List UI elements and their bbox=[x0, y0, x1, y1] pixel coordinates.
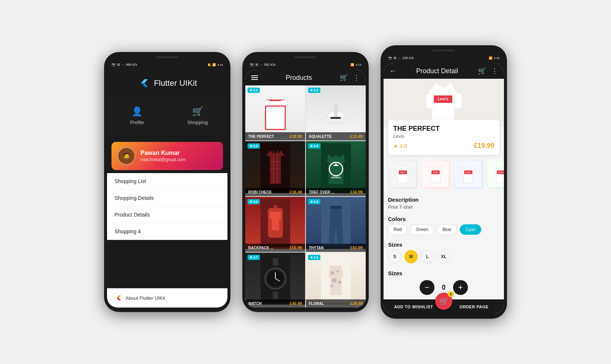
svg-rect-34 bbox=[273, 292, 278, 299]
profile-grid-item[interactable]: 👤 Profile bbox=[107, 95, 167, 136]
add-to-wishlist-button[interactable]: ADD TO WISHLIST bbox=[384, 299, 444, 314]
svg-point-44 bbox=[338, 281, 341, 284]
bottom-action-bar: ADD TO WISHLIST 🛒 5 ORDER PAGE bbox=[384, 299, 504, 314]
user-info: Pawan Kumar mtechviral@gmail.com bbox=[140, 150, 217, 162]
more-icon[interactable]: ⋮ bbox=[353, 74, 360, 82]
cart-appbar-icon[interactable]: 🛒 bbox=[340, 74, 348, 82]
more-detail-icon[interactable]: ⋮ bbox=[491, 67, 498, 75]
menu-item-shopping-4[interactable]: Shopping 4 bbox=[107, 223, 227, 240]
product-info-5: THYTAN £83.99 bbox=[306, 244, 366, 252]
flutter-logo-icon bbox=[138, 77, 149, 89]
svg-rect-9 bbox=[281, 100, 287, 111]
menu-icon[interactable] bbox=[251, 75, 258, 80]
decrease-qty-button[interactable]: − bbox=[420, 280, 434, 295]
product-info-7: FLORAL £29.99 bbox=[306, 299, 366, 308]
product-item-6[interactable]: 3 ★ 4.7 WATCH £45.99 bbox=[245, 253, 305, 308]
color-red[interactable]: Red bbox=[388, 224, 407, 235]
size-l[interactable]: L bbox=[421, 250, 434, 263]
products-grid: Levi's ★ 4.0 THE PERFECT £19.99 bbox=[245, 85, 366, 308]
svg-rect-13 bbox=[330, 117, 336, 119]
color-green[interactable]: Green bbox=[410, 224, 434, 235]
colors-row: Red Green Blue Cyan bbox=[384, 223, 504, 238]
color-cyan[interactable]: Cyan bbox=[460, 224, 481, 235]
svg-rect-31 bbox=[330, 206, 342, 209]
product-name-0: THE PERFECT bbox=[248, 134, 274, 139]
product-image-3: adidas bbox=[306, 141, 366, 193]
menu-item-shopping-list[interactable]: Shopping List bbox=[107, 173, 227, 190]
phone-2: 📷⊞··· 582 K/s 📶 4:15 Products 🛒 ⋮ bbox=[242, 52, 369, 312]
size-m[interactable]: M bbox=[404, 250, 418, 263]
svg-rect-6 bbox=[268, 106, 283, 111]
products-title: Products bbox=[285, 74, 312, 82]
product-item-2[interactable]: ★ 4.5 ROBI CHECK £16.49 bbox=[245, 141, 305, 196]
detail-price: £19.99 bbox=[474, 142, 494, 150]
menu-item-product-details[interactable]: Product Details bbox=[107, 207, 227, 223]
product-price-4: £55.99 bbox=[290, 246, 302, 250]
rating-badge-5: ★ 4.2 bbox=[308, 199, 320, 204]
screen-3: ← Product Detail 🛒 ⋮ Levi's THE PERFECT … bbox=[384, 63, 504, 314]
description-label: Description bbox=[384, 194, 504, 204]
thumbnail-3[interactable]: Levi's bbox=[486, 159, 504, 189]
cart-detail-icon[interactable]: 🛒 bbox=[478, 67, 486, 75]
color-blue[interactable]: Blue bbox=[437, 224, 457, 235]
user-card[interactable]: 🧔 Pawan Kumar mtechviral@gmail.com bbox=[111, 142, 223, 170]
rating-badge-6: ★ 4.7 bbox=[248, 255, 260, 260]
sizes-row: S M L XL bbox=[384, 248, 504, 267]
product-image-2 bbox=[245, 141, 305, 193]
phone-speaker-2 bbox=[294, 56, 317, 58]
status-icons-left: 📷⊞··· 489 K/s bbox=[111, 63, 137, 66]
floating-cart-button[interactable]: 🛒 5 bbox=[435, 293, 452, 310]
product-image-0: Levi's bbox=[245, 85, 305, 137]
phone-3: 📷⊞··· 105 K/s 📶 4:15 ← Product Detail 🛒 … bbox=[381, 45, 507, 319]
status-icons-right-2: 📶 4:15 bbox=[350, 63, 361, 66]
status-bar-1: 📷⊞··· 489 K/s 🔔📶 4:14 bbox=[107, 59, 227, 70]
svg-rect-8 bbox=[264, 100, 270, 111]
rating-badge-0: ★ 4.0 bbox=[248, 88, 260, 93]
product-info-3: TREF OVER ... £34.99 bbox=[306, 188, 366, 196]
svg-rect-12 bbox=[335, 117, 341, 119]
product-item-3[interactable]: adidas ★ 4.0 TREF OVER ... £34.99 bbox=[306, 141, 366, 196]
increase-qty-button[interactable]: + bbox=[453, 280, 468, 295]
product-name-1: AQUALETTE bbox=[309, 134, 332, 139]
rating-value: 4.0 bbox=[400, 143, 407, 149]
thumbnail-1[interactable]: Levi's bbox=[421, 159, 450, 189]
product-image-4 bbox=[245, 197, 305, 249]
size-xl[interactable]: XL bbox=[437, 250, 450, 263]
svg-point-41 bbox=[330, 271, 334, 275]
svg-rect-24 bbox=[270, 212, 281, 219]
rating-badge-3: ★ 4.0 bbox=[308, 143, 320, 149]
order-page-button[interactable]: ORDER PAGE bbox=[444, 299, 504, 314]
description-value: Print T-shirt bbox=[384, 204, 504, 213]
quantity-value: 0 bbox=[442, 284, 446, 292]
svg-text:Levi's: Levi's bbox=[438, 97, 448, 101]
menu-item-shopping-details[interactable]: Shopping Details bbox=[107, 190, 227, 207]
product-info-2: ROBI CHECK £16.49 bbox=[245, 188, 305, 196]
size-s[interactable]: S bbox=[388, 250, 401, 263]
svg-point-43 bbox=[332, 278, 336, 283]
footer[interactable]: About Flutter UIKit bbox=[107, 288, 227, 308]
svg-text:Levi's: Levi's bbox=[271, 107, 280, 111]
product-price-3: £34.99 bbox=[350, 190, 363, 194]
thumbnail-0[interactable]: Levi's bbox=[388, 159, 418, 189]
product-item-4[interactable]: ★ 4.8 BACKPACK ... £55.99 bbox=[245, 197, 305, 252]
product-price-5: £83.99 bbox=[350, 246, 363, 250]
product-item-5[interactable]: ★ 4.2 THYTAN £83.99 bbox=[306, 197, 366, 252]
product-image-7 bbox=[306, 253, 366, 305]
product-name-3: TREF OVER ... bbox=[309, 190, 334, 194]
thumbnail-2[interactable]: Levi's bbox=[453, 159, 483, 189]
product-name-6: WATCH bbox=[248, 302, 262, 306]
product-item-1[interactable]: ★ 5.0 AQUALETTE £13.49 bbox=[306, 85, 366, 140]
svg-point-45 bbox=[330, 285, 333, 287]
product-name-2: ROBI CHECK bbox=[248, 190, 272, 194]
product-item-0[interactable]: Levi's ★ 4.0 THE PERFECT £19.99 bbox=[245, 85, 305, 140]
svg-text:Levi's: Levi's bbox=[466, 171, 471, 173]
back-icon[interactable]: ← bbox=[389, 67, 396, 75]
profile-label: Profile bbox=[130, 120, 144, 125]
product-item-7[interactable]: ★ 4.0 FLORAL £29.99 bbox=[306, 253, 366, 308]
category-grid: 👤 Profile 🛒 Shopping bbox=[107, 95, 227, 136]
product-detail-card: THE PERFECT Levis ★ 4.0 £19.99 bbox=[388, 120, 500, 155]
screen-1: Flutter UIKit 👤 Profile 🛒 Shopping 🧔 Paw… bbox=[107, 70, 227, 308]
shopping-grid-item[interactable]: 🛒 Shopping bbox=[168, 95, 227, 136]
person-icon: 👤 bbox=[132, 106, 143, 117]
product-name-7: FLORAL bbox=[309, 302, 324, 306]
